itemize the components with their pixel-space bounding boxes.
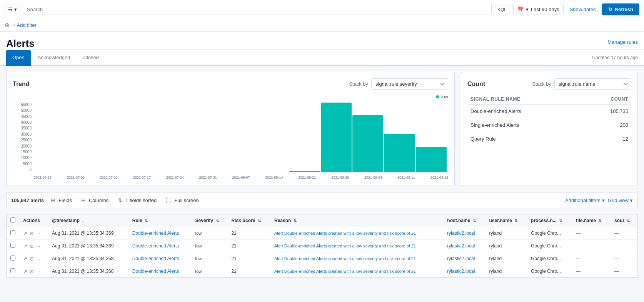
col-reason-header[interactable]: Reason ⇅	[270, 214, 443, 227]
count-col-count-header[interactable]: Count	[582, 94, 631, 105]
y-label-40000: 40000	[21, 120, 32, 124]
row-rule-link[interactable]: Double-enriched Alerts	[132, 243, 179, 249]
row-rule: Double-enriched Alerts	[128, 252, 192, 265]
trend-title: Trend	[13, 81, 30, 88]
row-checkbox-cell	[7, 252, 19, 265]
col-filename-header[interactable]: file.name ⇅	[572, 214, 611, 227]
col-rule-header[interactable]: Rule ⇅	[128, 214, 192, 227]
row-investigate-icon[interactable]: ⊙	[30, 256, 34, 262]
tab-acknowledged[interactable]: Acknowledged	[32, 50, 77, 66]
add-filter-button[interactable]: + Add filter	[13, 22, 37, 28]
row-rule-link[interactable]: Double-enriched Alerts	[132, 269, 179, 274]
row-riskscore: 21	[227, 240, 270, 252]
count-stack-by-control: Stack by signal.rule.name	[532, 78, 631, 90]
y-label-30000: 30000	[21, 132, 32, 136]
row-riskscore: 21	[227, 227, 270, 240]
search-input[interactable]	[23, 4, 492, 15]
fields-label: Fields	[58, 197, 72, 203]
x-label-0: 2021-06-26	[34, 176, 52, 179]
count-stack-by-select[interactable]: signal.rule.name	[554, 78, 631, 90]
tab-open[interactable]: Open	[6, 50, 31, 66]
col-source-header[interactable]: sour ⇅	[611, 214, 637, 227]
row-source: —	[611, 240, 637, 252]
chart-plot	[34, 103, 448, 172]
filter-bar: ⊕ + Add filter	[0, 19, 644, 32]
row-more-icon[interactable]: ···	[36, 269, 40, 274]
col-username-header[interactable]: user.name ⇅	[486, 214, 527, 227]
select-all-header[interactable]	[7, 214, 19, 227]
row-hostname-link[interactable]: rylastic2.local	[447, 231, 475, 236]
chart-bar-11	[384, 134, 415, 172]
charts-row: Trend Stack by signal.rule.severity low …	[6, 72, 638, 186]
table-row: ↗ ⊙ ··· Aug 31, 2021 @ 13:35:34.369 Doub…	[7, 240, 637, 252]
row-hostname: rylastic2.local	[443, 240, 485, 252]
row-rule-link[interactable]: Double-enriched Alerts	[132, 231, 179, 236]
row-checkbox-2[interactable]	[10, 256, 15, 261]
select-all-checkbox[interactable]	[10, 217, 15, 222]
show-dates-button[interactable]: Show dates	[567, 5, 599, 14]
row-checkbox-0[interactable]	[10, 230, 15, 235]
row-checkbox-cell	[7, 265, 19, 278]
tab-closed[interactable]: Closed	[77, 50, 105, 66]
col-severity-header[interactable]: Severity ⇅	[192, 214, 228, 227]
row-more-icon[interactable]: ···	[36, 243, 40, 249]
x-label-12: 2021-09-18	[430, 176, 448, 179]
search-type-dropdown[interactable]: ☰ ▾	[5, 5, 20, 14]
fields-icon: ⊞	[51, 197, 55, 203]
y-label-35000: 35000	[21, 126, 32, 130]
y-label-55000: 55000	[21, 103, 32, 107]
row-severity: low	[192, 265, 228, 278]
row-expand-icon[interactable]: ↗	[23, 231, 27, 236]
page-title: Alerts	[6, 38, 35, 50]
row-checkbox-1[interactable]	[10, 243, 15, 248]
grid-view-button[interactable]: Grid view ▾	[608, 197, 633, 203]
table-row: ↗ ⊙ ··· Aug 31, 2021 @ 13:35:34.368 Doub…	[7, 265, 637, 278]
x-axis: 2021-06-262021-07-032021-07-102021-07-17…	[34, 176, 448, 179]
table-header: Actions @timestamp ↓ Rule ⇅ Severity ⇅ R…	[7, 214, 637, 227]
row-hostname-link[interactable]: rylastic2.local	[447, 256, 475, 261]
sorted-button[interactable]: ⇅ 1 fields sorted	[115, 196, 159, 205]
data-table-wrapper: Actions @timestamp ↓ Rule ⇅ Severity ⇅ R…	[6, 214, 638, 278]
row-investigate-icon[interactable]: ⊙	[30, 231, 34, 236]
fields-button[interactable]: ⊞ Fields	[48, 196, 74, 205]
manage-rules-button[interactable]: Manage rules	[607, 38, 638, 46]
row-expand-icon[interactable]: ↗	[23, 269, 27, 274]
col-actions-header[interactable]: Actions	[19, 214, 48, 227]
count-row-name: Single-enriched Alerts	[467, 118, 582, 132]
additional-filters-label: Additional filters	[565, 197, 601, 203]
col-riskscore-header[interactable]: Risk Score ⇅	[227, 214, 270, 227]
row-expand-icon[interactable]: ↗	[23, 243, 27, 249]
y-label-0: 0	[29, 168, 32, 172]
chart-bar-9	[321, 103, 352, 172]
columns-button[interactable]: ⊟ Columns	[79, 196, 111, 205]
row-hostname-link[interactable]: rylastic2.local	[447, 269, 475, 274]
col-timestamp-header[interactable]: @timestamp ↓	[48, 214, 128, 227]
refresh-button[interactable]: ↻ Refresh	[602, 3, 639, 15]
additional-filters-button[interactable]: Additional filters ▾	[565, 197, 605, 203]
count-table: signal.rule.name Count Double-enriched A…	[467, 94, 631, 146]
fullscreen-button[interactable]: ⛶ Full screen	[164, 196, 201, 205]
row-more-icon[interactable]: ···	[36, 256, 40, 262]
row-hostname-link[interactable]: rylastic2.local	[447, 243, 475, 249]
x-label-1: 2021-07-03	[67, 176, 85, 179]
row-checkbox-3[interactable]	[10, 268, 15, 273]
row-investigate-icon[interactable]: ⊙	[30, 269, 34, 274]
trend-stack-by-select[interactable]: signal.rule.severity	[371, 78, 448, 90]
row-investigate-icon[interactable]: ⊙	[30, 243, 34, 249]
time-range-button[interactable]: 📅 ▾ Last 90 days	[513, 4, 564, 15]
row-severity: low	[192, 227, 228, 240]
row-rule-link[interactable]: Double-enriched Alerts	[132, 256, 179, 261]
trend-panel: Trend Stack by signal.rule.severity low …	[6, 72, 455, 186]
row-checkbox-cell	[7, 240, 19, 252]
chevron-down-icon: ▾	[602, 197, 605, 203]
table-row: ↗ ⊙ ··· Aug 31, 2021 @ 13:35:34.369 Doub…	[7, 227, 637, 240]
col-hostname-header[interactable]: host.name ⇅	[443, 214, 485, 227]
kql-badge[interactable]: KQL	[494, 5, 510, 14]
count-col-name-header[interactable]: signal.rule.name	[467, 94, 582, 105]
row-expand-icon[interactable]: ↗	[23, 256, 27, 262]
columns-icon: ⊟	[81, 197, 86, 203]
sort-hostname-icon: ⇅	[473, 219, 476, 223]
col-processname-header[interactable]: process.n... ⇅	[527, 214, 572, 227]
row-more-icon[interactable]: ···	[36, 231, 40, 236]
count-row-count: 105,735	[582, 105, 631, 118]
